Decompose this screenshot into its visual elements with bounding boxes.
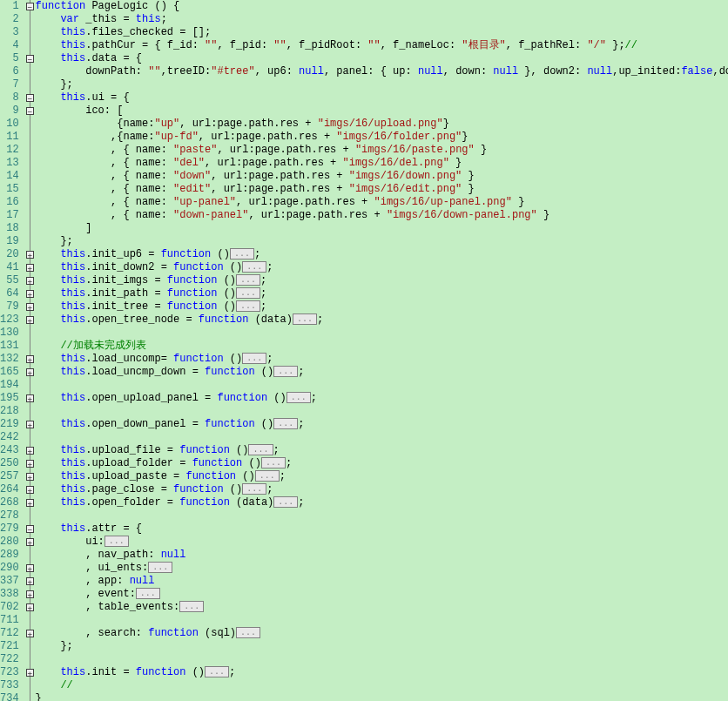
code-line[interactable]: ,{name:"up-fd", url:page.path.res + "img… xyxy=(36,131,728,144)
code-line[interactable]: }; xyxy=(36,640,728,653)
code-line[interactable]: this.upload_file = function ()...; xyxy=(36,444,728,457)
code-line[interactable]: this.load_uncmp_down = function ()...; xyxy=(36,366,728,379)
fold-expand-icon[interactable]: + xyxy=(26,355,34,363)
fold-collapse-icon[interactable]: − xyxy=(26,107,34,115)
code-line[interactable]: downPath: "",treeID:"#tree", up6: null, … xyxy=(36,65,728,78)
code-line[interactable]: , nav_path: null xyxy=(36,549,728,562)
folded-region[interactable]: ... xyxy=(230,248,254,260)
code-line[interactable]: {name:"up", url:page.path.res + "imgs/16… xyxy=(36,118,728,131)
code-line[interactable]: //加载未完成列表 xyxy=(36,340,728,353)
code-line[interactable]: this.open_folder = function (data)...; xyxy=(36,496,728,509)
fold-collapse-icon[interactable]: − xyxy=(26,525,34,533)
code-line[interactable]: this.init_imgs = function ()...; xyxy=(36,274,728,287)
fold-expand-icon[interactable]: + xyxy=(26,368,34,376)
code-line[interactable]: function PageLogic () { xyxy=(36,0,728,13)
code-line[interactable]: ui:... xyxy=(36,536,728,549)
code-line[interactable]: ico: [ xyxy=(36,104,728,118)
code-line[interactable]: this.files_checked = []; xyxy=(36,26,728,39)
code-line[interactable]: , { name: "down-panel", url:page.path.re… xyxy=(36,209,728,222)
code-line[interactable] xyxy=(36,653,728,666)
fold-expand-icon[interactable]: + xyxy=(26,669,34,677)
fold-expand-icon[interactable]: + xyxy=(26,394,34,402)
code-line[interactable]: this.open_down_panel = function ()...; xyxy=(36,418,728,431)
folded-region[interactable]: ... xyxy=(242,261,266,273)
code-line[interactable]: , { name: "paste", url:page.path.res + "… xyxy=(36,144,728,157)
folded-region[interactable]: ... xyxy=(248,444,273,455)
code-line[interactable]: this.init_down2 = function ()...; xyxy=(36,261,728,274)
fold-collapse-icon[interactable]: − xyxy=(26,3,34,10)
folded-region[interactable]: ... xyxy=(136,588,160,599)
code-line[interactable]: , { name: "del", url:page.path.res + "im… xyxy=(36,157,728,170)
fold-expand-icon[interactable]: + xyxy=(26,473,34,481)
fold-expand-icon[interactable]: + xyxy=(26,316,34,324)
folded-region[interactable]: ... xyxy=(261,457,286,468)
folded-region[interactable]: ... xyxy=(236,627,260,638)
fold-expand-icon[interactable]: + xyxy=(26,564,34,572)
code-line[interactable]: , { name: "edit", url:page.path.res + "i… xyxy=(36,183,728,196)
code-line[interactable] xyxy=(36,327,728,340)
fold-expand-icon[interactable]: + xyxy=(26,460,34,468)
code-line[interactable]: this.init_path = function ()...; xyxy=(36,287,728,300)
folded-region[interactable]: ... xyxy=(242,483,266,495)
code-line[interactable]: } xyxy=(36,692,728,701)
folded-region[interactable]: ... xyxy=(236,300,260,312)
code-area[interactable]: function PageLogic () { var _this = this… xyxy=(34,0,728,701)
code-line[interactable]: this.page_close = function ()...; xyxy=(36,483,728,496)
code-line[interactable]: this.init_up6 = function ()...; xyxy=(36,248,728,261)
folded-region[interactable]: ... xyxy=(148,562,172,573)
code-line[interactable] xyxy=(36,509,728,522)
code-line[interactable] xyxy=(36,614,728,627)
code-line[interactable]: }; xyxy=(36,78,728,91)
folded-region[interactable]: ... xyxy=(286,392,311,403)
fold-expand-icon[interactable]: + xyxy=(26,277,34,285)
fold-expand-icon[interactable]: + xyxy=(26,630,34,637)
code-line[interactable]: , event:... xyxy=(36,588,728,601)
code-line[interactable]: , { name: "up-panel", url:page.path.res … xyxy=(36,196,728,209)
folded-region[interactable]: ... xyxy=(179,601,204,612)
code-line[interactable]: }; xyxy=(36,235,728,248)
folded-region[interactable]: ... xyxy=(242,353,266,364)
code-line[interactable] xyxy=(36,431,728,444)
folded-region[interactable]: ... xyxy=(273,418,298,429)
folded-region[interactable]: ... xyxy=(273,496,298,508)
code-line[interactable]: // xyxy=(36,679,728,692)
code-line[interactable]: this.attr = { xyxy=(36,522,728,536)
code-line[interactable]: this.open_tree_node = function (data)...… xyxy=(36,313,728,327)
code-line[interactable]: this.upload_folder = function ()...; xyxy=(36,457,728,470)
code-line[interactable]: , table_events:... xyxy=(36,601,728,614)
fold-expand-icon[interactable]: + xyxy=(26,538,34,546)
code-line[interactable]: , search: function (sql)... xyxy=(36,627,728,640)
fold-expand-icon[interactable]: + xyxy=(26,303,34,311)
fold-expand-icon[interactable]: + xyxy=(26,251,34,259)
folded-region[interactable]: ... xyxy=(255,470,280,482)
fold-expand-icon[interactable]: + xyxy=(26,264,34,272)
code-line[interactable]: this.open_upload_panel = function ()...; xyxy=(36,392,728,405)
fold-expand-icon[interactable]: + xyxy=(26,577,34,585)
code-line[interactable]: , { name: "down", url:page.path.res + "i… xyxy=(36,170,728,183)
folded-region[interactable]: ... xyxy=(293,313,317,325)
fold-collapse-icon[interactable]: − xyxy=(26,55,34,63)
code-line[interactable]: this.ui = { xyxy=(36,91,728,104)
fold-expand-icon[interactable]: + xyxy=(26,499,34,507)
code-line[interactable]: this.data = { xyxy=(36,52,728,65)
fold-expand-icon[interactable]: + xyxy=(26,486,34,494)
code-line[interactable] xyxy=(36,379,728,392)
folded-region[interactable]: ... xyxy=(236,287,260,299)
fold-expand-icon[interactable]: + xyxy=(26,590,34,598)
code-line[interactable]: this.upload_paste = function ()...; xyxy=(36,470,728,483)
fold-collapse-icon[interactable]: − xyxy=(26,94,34,102)
code-line[interactable]: ] xyxy=(36,222,728,235)
code-line[interactable]: , ui_ents:... xyxy=(36,562,728,575)
folded-region[interactable]: ... xyxy=(236,274,260,286)
folded-region[interactable]: ... xyxy=(104,536,129,547)
fold-expand-icon[interactable]: + xyxy=(26,290,34,298)
fold-expand-icon[interactable]: + xyxy=(26,603,34,611)
folded-region[interactable]: ... xyxy=(205,666,229,677)
code-line[interactable]: this.init = function ()...; xyxy=(36,666,728,679)
code-line[interactable]: this.pathCur = { f_id: "", f_pid: "", f_… xyxy=(36,39,728,52)
code-line[interactable]: this.init_tree = function ()...; xyxy=(36,300,728,313)
code-line[interactable]: this.load_uncomp= function ()...; xyxy=(36,353,728,366)
folded-region[interactable]: ... xyxy=(273,366,298,377)
fold-expand-icon[interactable]: + xyxy=(26,447,34,455)
code-line[interactable]: , app: null xyxy=(36,575,728,588)
